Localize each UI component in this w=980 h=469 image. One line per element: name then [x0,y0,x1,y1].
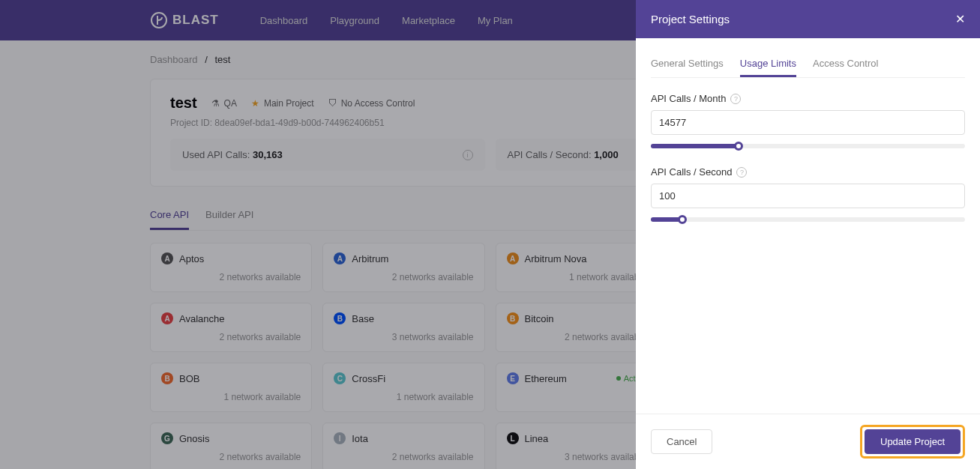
info-icon[interactable]: ? [736,167,747,178]
panel-header: Project Settings ✕ [636,0,980,38]
second-input[interactable] [651,184,965,208]
month-slider[interactable] [651,144,965,148]
panel-footer: Cancel Update Project [636,414,980,469]
cancel-button[interactable]: Cancel [651,429,712,454]
panel-tabs: General SettingsUsage LimitsAccess Contr… [651,52,965,78]
slider-thumb[interactable] [734,142,743,151]
month-input[interactable] [651,110,965,135]
highlight-ring: Update Project [860,425,965,459]
close-icon[interactable]: ✕ [955,12,965,26]
update-project-button[interactable]: Update Project [865,429,961,454]
panel-body: General SettingsUsage LimitsAccess Contr… [636,38,980,414]
settings-panel: Project Settings ✕ General SettingsUsage… [636,0,980,469]
panel-tab-access-control[interactable]: Access Control [813,52,878,77]
second-label: API Calls / Second ? [651,166,965,178]
second-slider[interactable] [651,217,965,222]
panel-tab-general-settings[interactable]: General Settings [651,52,724,77]
info-icon[interactable]: ? [730,94,741,104]
panel-title: Project Settings [651,13,730,25]
panel-tab-usage-limits[interactable]: Usage Limits [740,52,796,77]
slider-thumb[interactable] [678,215,687,224]
month-label: API Calls / Month ? [651,93,965,104]
